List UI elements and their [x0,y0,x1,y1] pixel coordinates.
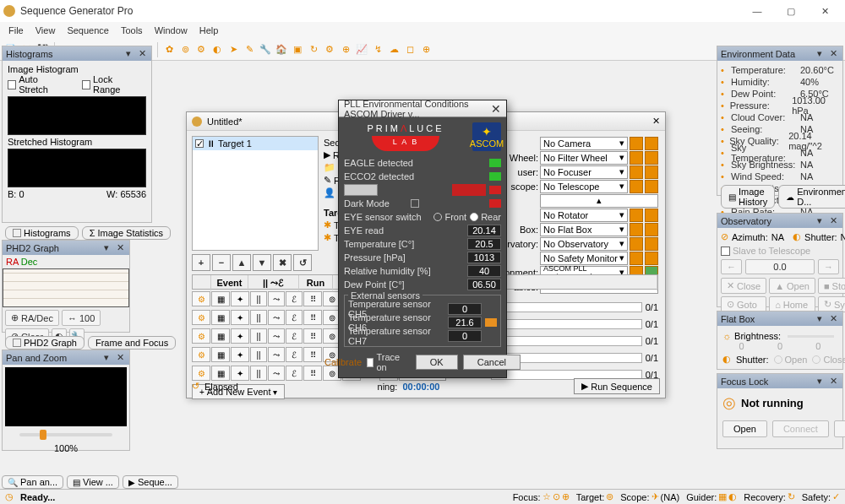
toolbar-icon[interactable]: ☁ [386,42,401,57]
menu-view[interactable]: View [35,22,56,39]
safety-settings-button[interactable] [630,252,643,265]
dialog-close-button[interactable]: ✕ [491,102,501,116]
event-tool-button[interactable]: ▦ [211,347,230,362]
event-tool-button[interactable]: ✦ [231,347,249,362]
toolbar-icon[interactable]: ◐ [210,42,225,57]
pan-zoom-canvas[interactable] [5,367,127,426]
obs-left-button[interactable]: ← [721,259,742,274]
toolbar-icon[interactable]: ⊕ [338,42,353,57]
panel-pin-icon[interactable]: ▾ [814,48,826,60]
toolbar-icon[interactable]: ↯ [370,42,385,57]
wheel-connect-button[interactable] [645,151,658,165]
panel-pin-icon[interactable]: ▾ [814,215,826,227]
zoom-slider[interactable] [19,433,112,436]
seq-close-button[interactable]: ✕ [652,116,660,127]
toolbar-icon[interactable]: ⚙ [194,42,209,57]
cancel-button[interactable]: Cancel [463,355,521,370]
camera-settings-button[interactable] [630,137,643,150]
menu-tools[interactable]: Tools [121,22,143,39]
tab-pan[interactable]: 🔍 Pan an... [2,475,63,489]
panel-close-icon[interactable]: ✕ [827,313,839,325]
tab-image-history[interactable]: ▤ Image History [721,185,775,209]
event-gear-icon[interactable]: ⚙ [192,310,210,325]
rotator-settings-button[interactable] [630,209,643,222]
front-radio[interactable]: Front [433,212,466,222]
toolbar-icon[interactable]: ⊚ [177,42,193,57]
rotator-select[interactable]: No Rotator▾ [540,209,628,222]
panel-close-icon[interactable]: ✕ [827,215,839,227]
obs-open-button[interactable]: ▲ Open [769,278,815,294]
up-target-button[interactable]: ▲ [232,254,251,271]
event-gear-icon[interactable]: ⚙ [192,347,210,362]
focus-start-button[interactable]: Start [834,420,845,437]
reset-target-button[interactable]: ↺ [293,254,312,271]
obs-right-button[interactable]: → [818,259,839,274]
focuser-connect-button[interactable] [645,165,658,179]
panel-close-icon[interactable]: ✕ [827,48,839,60]
remove-target-button[interactable]: − [212,254,231,271]
com-port-select[interactable] [344,184,378,196]
scope-select[interactable]: No Telescope▾ [540,180,628,193]
focus-connect-button[interactable]: Connect [772,420,829,437]
toolbar-icon[interactable]: ⚙ [322,42,337,57]
maximize-button[interactable]: ▢ [774,1,808,21]
panel-pin-icon[interactable]: ▾ [123,48,134,60]
flatbox-settings-button[interactable] [630,223,643,236]
down-target-button[interactable]: ▼ [253,254,271,271]
close-button[interactable]: ✕ [808,1,842,21]
wheel-settings-button[interactable] [630,151,643,165]
event-tool-button[interactable]: ▦ [211,310,230,325]
tab-seque[interactable]: ▶ Seque... [123,475,178,489]
focuser-settings-button[interactable] [630,165,643,179]
tab-phd2[interactable]: PHD2 Graph [5,336,84,350]
seq-expand-button[interactable]: ▴ [540,194,658,208]
event-gear-icon[interactable]: ⚙ [192,291,210,306]
obs-settings-button[interactable] [630,237,643,251]
panel-close-icon[interactable]: ✕ [114,352,126,364]
target-row[interactable]: ✓⏸Target 1 [193,137,318,150]
slave-checkbox[interactable]: Slave to Telescope [721,246,810,256]
run-sequence-button[interactable]: ▶ Run Sequence [574,378,660,394]
scope-settings-button[interactable] [630,180,643,193]
dark-mode-checkbox[interactable] [411,199,419,208]
observatory-select[interactable]: No Observatory▾ [540,237,628,251]
ok-button[interactable]: OK [416,355,458,370]
toolbar-icon[interactable]: ↻ [306,42,321,57]
flatbox-connect-button[interactable] [645,223,658,236]
brightness-slider[interactable] [788,335,834,338]
tab-histograms[interactable]: Histograms [5,226,79,240]
event-gear-icon[interactable]: ⚙ [192,328,210,344]
panel-close-icon[interactable]: ✕ [114,242,126,254]
calibrate-button[interactable]: Calibrate [324,357,362,367]
toolbar-icon[interactable]: ⊕ [418,42,433,57]
toolbar-icon[interactable]: 🏠 [274,42,289,57]
toolbar-icon[interactable]: 🔧 [258,42,273,57]
scope-connect-button[interactable] [645,180,658,193]
rear-radio[interactable]: Rear [470,212,501,222]
camera-select[interactable]: No Camera▾ [540,137,628,150]
focuser-select[interactable]: No Focuser▾ [540,165,628,179]
flatbox-select[interactable]: No Flat Box▾ [540,223,628,236]
auto-stretch-checkbox[interactable]: Auto Stretch [8,74,65,95]
obs-connect-button[interactable] [645,237,658,251]
tab-image-stats[interactable]: ΣImage Statistics [82,226,171,240]
flat-open-radio[interactable]: Open [774,355,808,365]
event-tool-button[interactable]: ▦ [211,328,230,344]
panel-close-icon[interactable]: ✕ [827,376,839,387]
event-tool-button[interactable]: ✦ [231,328,249,344]
camera-connect-button[interactable] [645,137,658,150]
event-tool-button[interactable]: ✦ [231,291,249,306]
target-list[interactable]: ✓⏸Target 1 [192,136,319,251]
obs-stop-button[interactable]: ■ Stop [818,278,845,294]
wheel-select[interactable]: No Filter Wheel▾ [540,151,628,165]
toolbar-icon[interactable]: ◻ [402,42,417,57]
obs-close-button[interactable]: ✕ Close [721,278,766,294]
minimize-button[interactable]: — [740,1,774,21]
menu-file[interactable]: File [8,22,24,39]
focus-open-button[interactable]: Open [722,420,767,437]
radec-button[interactable]: ⊕ RA/Dec [5,310,59,326]
delete-target-button[interactable]: ✖ [273,254,292,271]
panel-pin-icon[interactable]: ▾ [814,313,826,325]
panel-pin-icon[interactable]: ▾ [814,376,826,387]
add-target-button[interactable]: + [192,254,210,271]
